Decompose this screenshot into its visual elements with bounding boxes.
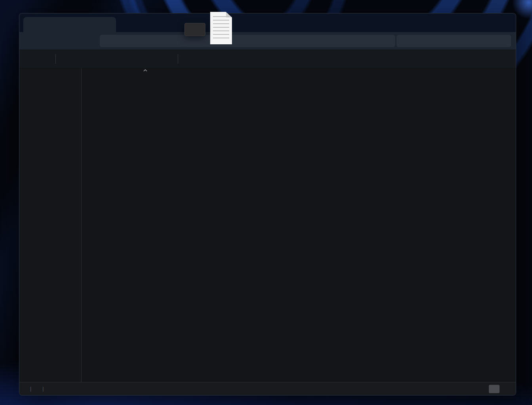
sort-ascending-icon <box>143 67 147 73</box>
drag-ghost-file-icon <box>210 12 232 44</box>
rename-button[interactable] <box>117 52 131 66</box>
search-input[interactable] <box>402 38 501 44</box>
breadcrumb <box>100 35 395 47</box>
file-explorer-window: | | <box>19 13 516 396</box>
drag-tooltip <box>184 23 205 36</box>
back-button[interactable] <box>24 34 38 47</box>
toolbar-separator <box>55 54 56 64</box>
tab-close-icon[interactable] <box>103 20 112 29</box>
refresh-button[interactable] <box>81 34 94 47</box>
forward-button[interactable] <box>43 34 57 47</box>
new-button[interactable] <box>25 52 51 66</box>
window-controls <box>459 16 513 28</box>
share-button[interactable] <box>136 52 150 66</box>
view-button[interactable] <box>213 52 239 66</box>
sort-button[interactable] <box>182 52 208 66</box>
file-list-area[interactable] <box>82 68 516 383</box>
minimize-button[interactable] <box>459 16 477 28</box>
explorer-tab[interactable] <box>23 17 116 32</box>
navigation-bar <box>19 32 516 49</box>
maximize-button[interactable] <box>477 16 495 28</box>
move-arrow-icon <box>190 27 196 32</box>
status-bar: | | <box>19 382 516 395</box>
search-box <box>397 35 511 47</box>
cut-button[interactable] <box>60 52 74 66</box>
more-options-button[interactable] <box>244 52 253 66</box>
desktop-wallpaper: { "window": { "tab": { "title": "Folder"… <box>0 0 532 405</box>
up-button[interactable] <box>62 34 76 47</box>
paste-button[interactable] <box>98 52 112 66</box>
delete-button[interactable] <box>155 52 169 66</box>
toolbar-separator <box>178 54 178 64</box>
thumbnail-view-toggle[interactable] <box>501 385 512 393</box>
title-bar <box>19 13 516 32</box>
column-headers <box>87 68 516 81</box>
navigation-pane <box>19 68 82 383</box>
details-view-toggle[interactable] <box>489 385 500 393</box>
new-tab-button[interactable] <box>122 19 133 30</box>
details-pane-button[interactable] <box>490 52 510 66</box>
copy-button[interactable] <box>79 52 93 66</box>
close-button[interactable] <box>495 16 513 28</box>
command-bar <box>19 49 516 68</box>
